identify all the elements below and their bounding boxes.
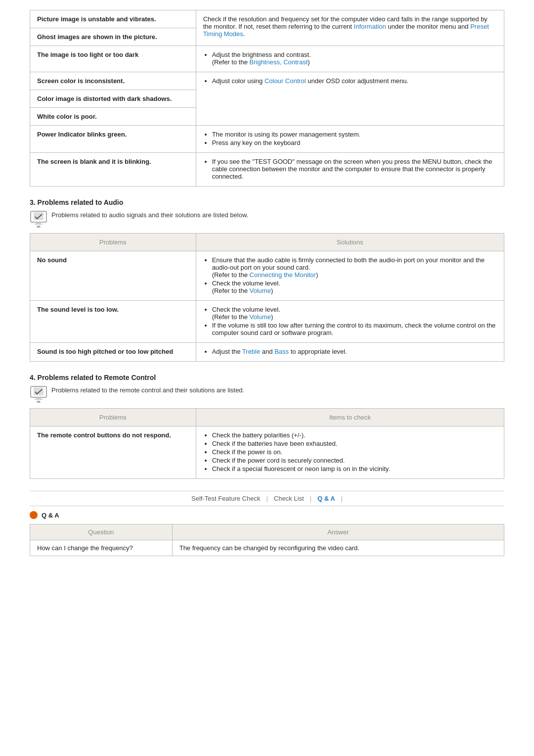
audio-intro-text: Problems related to audio signals and th… [51, 211, 248, 219]
problem-cell: No sound [30, 251, 196, 301]
problem-text: The remote control buttons do not respon… [37, 431, 171, 439]
treble-link[interactable]: Treble [242, 348, 260, 355]
image-problems-table: Picture image is unstable and vibrates. … [30, 10, 504, 187]
preset-timing-link[interactable]: Preset Timing Modes [203, 23, 489, 38]
problem-text: White color is poor. [37, 113, 97, 120]
footer-separator-2: | [310, 495, 312, 502]
svg-rect-3 [35, 224, 43, 225]
qa-dot-icon [30, 511, 38, 519]
solution-cell: Ensure that the audio cable is firmly co… [196, 251, 504, 301]
problem-cell: Color image is distorted with dark shado… [30, 90, 196, 108]
footer-nav: Self-Test Feature Check | Check List | Q… [30, 491, 504, 506]
problem-cell: The remote control buttons do not respon… [30, 426, 196, 479]
svg-point-4 [37, 226, 41, 228]
solution-cell: Adjust color using Colour Control under … [196, 72, 504, 126]
solution-cell: Adjust the Treble and Bass to appropriat… [196, 343, 504, 362]
problem-cell: The sound level is too low. [30, 301, 196, 343]
footer-nav-self-test[interactable]: Self-Test Feature Check [191, 495, 260, 502]
problem-cell: Ghost images are shown in the picture. [30, 28, 196, 46]
svg-rect-7 [36, 397, 41, 399]
problem-cell: Picture image is unstable and vibrates. [30, 10, 196, 28]
problem-text: Power Indicator blinks green. [37, 131, 127, 138]
question-cell: How can I change the frequency? [30, 540, 173, 556]
table-header-row: Problems Items to check [30, 409, 504, 426]
qa-row: How can I change the frequency? The freq… [30, 540, 504, 556]
solution-cell: Check if the resolution and frequency se… [196, 10, 504, 46]
problem-cell: White color is poor. [30, 108, 196, 126]
colour-control-link[interactable]: Colour Control [265, 77, 306, 85]
table-header-row: Problems Solutions [30, 234, 504, 251]
table-row: The screen is blank and it is blinking. … [30, 153, 504, 187]
answer-cell: The frequency can be changed by reconfig… [172, 540, 504, 556]
volume-link-1[interactable]: Volume [250, 287, 271, 294]
problem-text: The screen is blank and it is blinking. [37, 158, 151, 165]
problem-cell: Screen color is inconsistent. [30, 72, 196, 90]
problem-text: Screen color is inconsistent. [37, 77, 125, 85]
problems-header: Problems [30, 234, 196, 251]
svg-rect-6 [34, 387, 44, 395]
monitor-icon [30, 210, 47, 228]
audio-section-intro: Problems related to audio signals and th… [30, 209, 504, 228]
remote-problems-table: Problems Items to check The remote contr… [30, 408, 504, 479]
bass-link[interactable]: Bass [274, 348, 289, 355]
items-to-check-header: Items to check [196, 409, 504, 426]
table-row: Screen color is inconsistent. Adjust col… [30, 72, 504, 90]
problem-cell: Sound is too high pitched or too low pit… [30, 343, 196, 362]
problem-text: No sound [37, 256, 67, 264]
problem-text: Sound is too high pitched or too low pit… [37, 348, 173, 355]
qa-header: Q & A [30, 511, 504, 519]
problem-text: The sound level is too low. [37, 306, 119, 313]
problem-text: The image is too light or too dark [37, 51, 138, 58]
qa-table: Question Answer How can I change the fre… [30, 524, 504, 556]
table-row: Power Indicator blinks green. The monito… [30, 126, 504, 153]
solution-cell: Adjust the brightness and contrast. (Ref… [196, 46, 504, 72]
footer-nav-qa[interactable]: Q & A [317, 495, 335, 502]
table-row: The remote control buttons do not respon… [30, 426, 504, 479]
solution-cell: The monitor is using its power managemen… [196, 126, 504, 153]
problem-cell: The screen is blank and it is blinking. [30, 153, 196, 187]
svg-rect-8 [35, 399, 43, 400]
information-link[interactable]: Information [354, 23, 386, 30]
footer-separator-1: | [266, 495, 267, 502]
footer-separator-3: | [341, 495, 343, 502]
solutions-header: Solutions [196, 234, 504, 251]
remote-intro-text: Problems related to the remote control a… [51, 386, 244, 394]
problems-header: Problems [30, 409, 196, 426]
table-row: No sound Ensure that the audio cable is … [30, 251, 504, 301]
audio-problems-table: Problems Solutions No sound Ensure that … [30, 233, 504, 362]
problem-text: Ghost images are shown in the picture. [37, 33, 157, 41]
table-row: Sound is too high pitched or too low pit… [30, 343, 504, 362]
table-row: The sound level is too low. Check the vo… [30, 301, 504, 343]
solution-cell: If you see the "TEST GOOD" message on th… [196, 153, 504, 187]
svg-rect-1 [34, 212, 44, 220]
remote-section-intro: Problems related to the remote control a… [30, 384, 504, 403]
table-row: The image is too light or too dark Adjus… [30, 46, 504, 72]
volume-link-2[interactable]: Volume [250, 313, 271, 321]
solution-cell: Check the battery polarities (+/-). Chec… [196, 426, 504, 479]
problem-text: Picture image is unstable and vibrates. [37, 15, 156, 23]
monitor-icon-2 [30, 385, 47, 403]
problem-text: Color image is distorted with dark shado… [37, 95, 172, 102]
connecting-monitor-link[interactable]: Connecting the Monitor [250, 271, 316, 279]
svg-point-9 [37, 401, 41, 403]
answer-header: Answer [172, 524, 504, 540]
brightness-contrast-link[interactable]: Brightness, Contrast [250, 58, 308, 66]
audio-section-title: 3. Problems related to Audio [30, 198, 504, 206]
problem-cell: The image is too light or too dark [30, 46, 196, 72]
footer-nav-check-list[interactable]: Check List [274, 495, 304, 502]
table-row: Picture image is unstable and vibrates. … [30, 10, 504, 28]
solution-cell: Check the volume level. (Refer to the Vo… [196, 301, 504, 343]
remote-section-title: 4. Problems related to Remote Control [30, 374, 504, 381]
problem-cell: Power Indicator blinks green. [30, 126, 196, 153]
qa-title: Q & A [42, 512, 59, 519]
question-header: Question [30, 524, 173, 540]
qa-header-row: Question Answer [30, 524, 504, 540]
svg-rect-2 [36, 222, 41, 224]
